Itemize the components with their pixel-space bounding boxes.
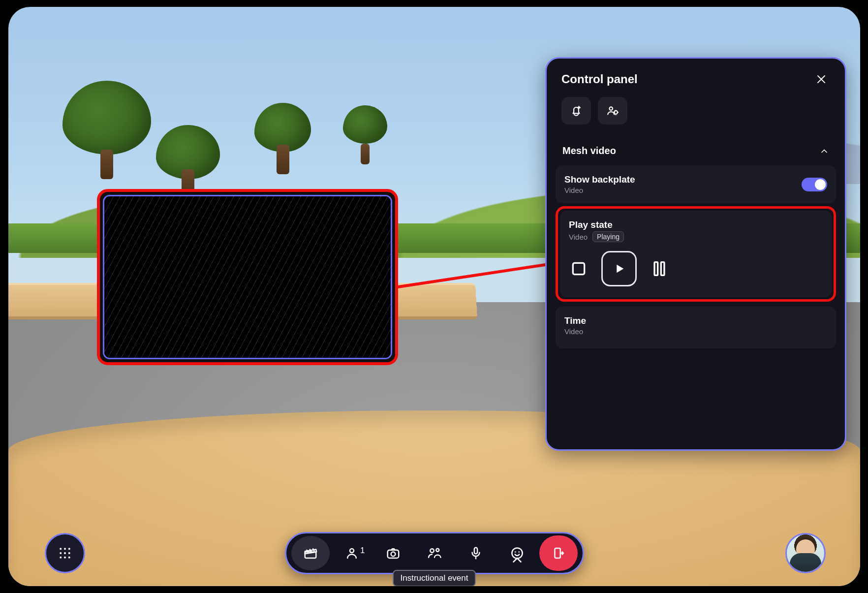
svg-point-8 — [68, 548, 70, 550]
people-share-icon — [427, 546, 442, 561]
svg-point-6 — [60, 548, 62, 550]
play-button[interactable] — [601, 251, 637, 286]
tree — [343, 105, 387, 164]
play-state-card-callout: Play state Video Playing — [556, 206, 836, 302]
svg-point-7 — [64, 548, 66, 550]
pause-button[interactable] — [650, 259, 669, 279]
svg-rect-5 — [661, 262, 664, 276]
camera-button[interactable] — [374, 536, 412, 570]
backplate-label: Show backplate — [564, 174, 635, 185]
leave-button[interactable] — [539, 535, 578, 571]
svg-rect-17 — [387, 550, 399, 558]
bell-sparkle-icon — [570, 104, 583, 117]
svg-rect-25 — [555, 548, 560, 558]
chevron-up-icon — [819, 146, 829, 156]
app-grid-button[interactable] — [45, 533, 85, 573]
pause-icon — [650, 259, 669, 279]
reactions-button[interactable] — [498, 536, 536, 570]
svg-point-16 — [350, 549, 354, 553]
svg-point-9 — [60, 552, 62, 554]
svg-point-19 — [430, 549, 434, 553]
clapper-button[interactable] — [291, 536, 330, 570]
grid-dots-icon — [58, 546, 72, 561]
panel-title: Control panel — [561, 72, 638, 86]
svg-point-24 — [519, 552, 519, 552]
svg-point-20 — [436, 549, 439, 552]
backplate-sublabel: Video — [564, 186, 635, 194]
toolbar-tooltip: Instructional event — [393, 570, 476, 586]
backplate-toggle[interactable] — [802, 178, 827, 191]
tree — [156, 125, 220, 199]
bottom-toolbar: 1 — [285, 532, 584, 574]
show-backplate-card: Show backplate Video — [556, 165, 836, 203]
svg-point-13 — [64, 557, 66, 559]
svg-point-10 — [64, 552, 66, 554]
chevron-up-icon — [510, 553, 525, 567]
svg-rect-4 — [654, 262, 658, 276]
playstate-label: Play state — [569, 219, 823, 230]
clapperboard-icon — [303, 546, 318, 561]
video-screen-callout — [97, 189, 398, 365]
stop-button[interactable] — [569, 259, 589, 279]
share-button[interactable] — [415, 536, 454, 570]
time-label: Time — [564, 315, 827, 326]
close-button[interactable] — [812, 70, 830, 88]
playstate-status-badge: Playing — [592, 231, 624, 242]
person-icon — [344, 546, 359, 561]
control-panel: Control panel Mesh video — [545, 57, 846, 451]
microphone-icon — [468, 546, 483, 561]
close-icon — [815, 73, 827, 85]
stop-icon — [569, 259, 589, 279]
playstate-sublabel: Video — [569, 233, 588, 241]
svg-rect-3 — [573, 263, 584, 274]
mic-button[interactable] — [457, 536, 495, 570]
svg-rect-21 — [474, 548, 477, 554]
people-count: 1 — [360, 546, 365, 556]
svg-point-14 — [68, 557, 70, 559]
time-card: Time Video — [556, 307, 836, 348]
svg-point-23 — [515, 552, 515, 552]
camera-icon — [386, 546, 401, 561]
video-content-texture — [104, 196, 391, 358]
leave-door-icon — [551, 546, 566, 561]
notifications-tool-button[interactable] — [561, 97, 591, 125]
world-3d-view: Control panel Mesh video — [8, 7, 860, 586]
play-state-card: Play state Video Playing — [560, 211, 832, 297]
svg-point-18 — [391, 552, 395, 557]
tree — [254, 103, 311, 174]
people-settings-icon — [606, 104, 619, 117]
play-icon — [612, 262, 626, 276]
tree — [62, 81, 151, 179]
avatar-button[interactable] — [785, 533, 826, 573]
svg-point-1 — [610, 107, 613, 110]
section-title: Mesh video — [562, 145, 616, 156]
video-screen[interactable] — [103, 195, 392, 359]
participants-tool-button[interactable] — [598, 97, 627, 125]
people-button[interactable]: 1 — [333, 536, 371, 570]
mesh-video-section-header[interactable]: Mesh video — [556, 139, 836, 162]
svg-point-12 — [60, 557, 62, 559]
time-sublabel: Video — [564, 327, 827, 336]
svg-point-11 — [68, 552, 70, 554]
